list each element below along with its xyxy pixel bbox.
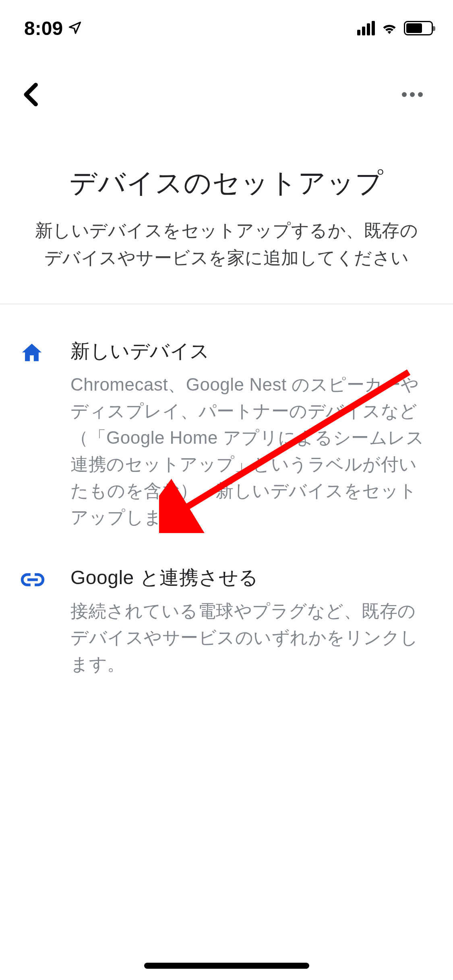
wifi-icon: [381, 20, 398, 36]
option-content: 新しいデバイス Chromecast、Google Nest のスピーカーやディ…: [70, 338, 433, 531]
dot-icon: [410, 92, 415, 97]
dot-icon: [402, 92, 407, 97]
chevron-left-icon: [22, 82, 39, 107]
option-works-with-google[interactable]: Google と連携させる 接続されている電球やプラグなど、既存のデバイスやサー…: [20, 553, 433, 700]
dot-icon: [418, 92, 423, 97]
cellular-icon: [357, 21, 375, 35]
nav-bar: [0, 48, 453, 125]
status-left: 8:09: [24, 17, 82, 39]
status-time: 8:09: [24, 17, 63, 39]
back-button[interactable]: [16, 80, 44, 109]
option-description: 接続されている電球やプラグなど、既存のデバイスやサービスのいずれかをリンクします…: [70, 598, 433, 677]
page-subtitle: 新しいデバイスをセットアップするか、既存のデバイスやサービスを家に追加してくださ…: [28, 217, 425, 272]
option-new-device[interactable]: 新しいデバイス Chromecast、Google Nest のスピーカーやディ…: [20, 326, 433, 553]
option-title: Google と連携させる: [70, 565, 433, 591]
options-list: 新しいデバイス Chromecast、Google Nest のスピーカーやディ…: [0, 304, 453, 722]
option-description: Chromecast、Google Nest のスピーカーやディスプレイ、パート…: [70, 371, 433, 531]
page-title: デバイスのセットアップ: [28, 165, 425, 202]
location-icon: [68, 17, 82, 39]
home-indicator[interactable]: [144, 963, 309, 969]
more-button[interactable]: [394, 84, 431, 105]
battery-icon: [404, 21, 433, 35]
option-title: 新しいデバイス: [70, 338, 433, 364]
header-section: デバイスのセットアップ 新しいデバイスをセットアップするか、既存のデバイスやサー…: [0, 125, 453, 304]
option-content: Google と連携させる 接続されている電球やプラグなど、既存のデバイスやサー…: [70, 565, 433, 677]
status-bar: 8:09: [0, 0, 453, 48]
home-icon: [20, 338, 48, 531]
link-icon: [20, 565, 48, 677]
status-right: [357, 20, 433, 36]
